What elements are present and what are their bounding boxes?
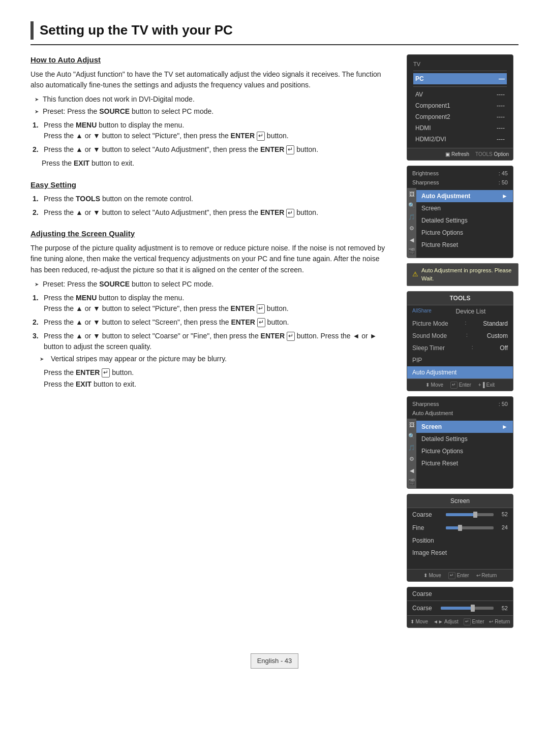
- screen-quality-steps: 1. Press the MENU button to display the …: [33, 293, 391, 390]
- tools-row-pip: PIP: [407, 354, 513, 366]
- tools-footer: ⬍ Move ↵ Enter +▐ Exit: [407, 379, 513, 391]
- pm-item-screen: Screen: [416, 202, 513, 214]
- coarse-row: Coarse 52: [407, 601, 513, 615]
- screen-adjust-screen: Screen Coarse 52 Fine 24 Position Image …: [407, 494, 513, 582]
- auto-adjust-intro: Use the Auto "Adjust function" to have t…: [30, 69, 391, 91]
- sa-row-coarse: Coarse 52: [407, 508, 513, 521]
- tools-menu-screen: TOOLS AllShareDevice List Picture Mode:S…: [407, 291, 513, 391]
- picture2-menu-items: Screen► Detailed Settings Picture Option…: [416, 419, 513, 488]
- pm-stat-brightness: Brightness: 45: [412, 169, 508, 178]
- section-easy-setting: Easy Setting 1. Press the TOOLS button o…: [30, 179, 391, 218]
- section-screen-quality: Adjusting the Screen Quality The purpose…: [30, 228, 391, 390]
- auto-adjustment-progress: ⚠ Auto Adjustment in progress. Please Wa…: [407, 263, 518, 286]
- picture-menu-items: Auto Adjustment► Screen Detailed Setting…: [416, 188, 513, 258]
- sa-image-reset: Image Reset: [407, 547, 513, 559]
- tools-row-sound-mode: Sound Mode:Custom: [407, 330, 513, 342]
- step-item: 1. Press the MENU button to display the …: [33, 293, 391, 314]
- tv-source-screen: TV PC— AV---- Component1---- Component2-…: [407, 54, 513, 161]
- tools-title: TOOLS: [407, 292, 513, 305]
- auto-adj-msg: Auto Adjustment in progress. Please Wait…: [421, 266, 513, 283]
- section-heading-screen-quality: Adjusting the Screen Quality: [30, 228, 391, 240]
- section-how-to-auto-adjust: How to Auto Adjust Use the Auto "Adjust …: [30, 54, 391, 169]
- easy-setting-steps: 1. Press the TOOLS button on the remote …: [33, 194, 391, 218]
- step-item: 2. Press the ▲ or ▼ button to select "Sc…: [33, 317, 391, 328]
- screen-adjust-title: Screen: [407, 494, 513, 508]
- step-item: 3. Press the ▲ or ▼ button to select "Co…: [33, 331, 391, 390]
- step-item: 2. Press the ▲ or ▼ button to select "Au…: [33, 207, 391, 218]
- pm2-stat-sharpness: Sharpness: 50: [412, 400, 508, 408]
- tools-row-auto-adjustment: Auto Adjustment: [407, 366, 513, 379]
- footer-wrap: English - 43: [30, 638, 518, 669]
- step-item: 2. Press the ▲ or ▼ button to select "Au…: [33, 144, 391, 155]
- src-row-pc: PC—: [413, 73, 507, 84]
- pm2-item-picture-reset: Picture Reset: [416, 457, 513, 469]
- tools-row-device-list: AllShareDevice List: [407, 305, 513, 318]
- auto-adjust-steps: 1. Press the MENU button to display the …: [33, 120, 391, 155]
- sa-position: Position: [407, 534, 513, 547]
- left-column: How to Auto Adjust Use the Auto "Adjust …: [30, 54, 391, 628]
- pm-item-detailed-settings: Detailed Settings: [416, 214, 513, 227]
- auto-adjust-exit: Press the EXIT button to exit.: [30, 158, 391, 169]
- src-row-hdmi: HDMI----: [413, 122, 507, 134]
- picture2-sidebar: 🖼 🔍 🎵 ⚙ ◀ 🎬: [407, 419, 416, 488]
- page-footer: English - 43: [251, 653, 299, 669]
- auto-adjust-bullets: This function does not work in DVI-Digit…: [35, 94, 391, 117]
- pm2-stat-auto-adj: Auto Adjustment: [412, 409, 508, 418]
- title-bar: [30, 21, 34, 40]
- pm-item-auto-adjustment: Auto Adjustment►: [416, 190, 513, 202]
- section-heading-easy-setting: Easy Setting: [30, 179, 391, 191]
- coarse-footer: ⬍ Move ◄► Adjust ↵ Enter ↩ Return: [407, 615, 513, 627]
- bullet-item: Preset: Press the SOURCE button to selec…: [35, 279, 391, 290]
- right-column: TV PC— AV---- Component1---- Component2-…: [407, 54, 518, 628]
- section-heading-auto-adjust: How to Auto Adjust: [30, 54, 391, 66]
- src-row-av: AV----: [413, 89, 507, 100]
- warning-icon: ⚠: [412, 269, 418, 279]
- sa-row-fine: Fine 24: [407, 521, 513, 534]
- pm2-item-screen: Screen►: [416, 421, 513, 433]
- screen-quality-intro: The purpose of the picture quality adjus…: [30, 243, 391, 276]
- coarse-title: Coarse: [407, 587, 513, 601]
- pm-stat-sharpness: Sharpness: 50: [412, 178, 508, 187]
- src-row-component1: Component1----: [413, 100, 507, 111]
- screen-quality-bullets: Preset: Press the SOURCE button to selec…: [35, 279, 391, 290]
- screen-adjust-footer: ⬍ Move ↵ Enter ↩ Return: [407, 569, 513, 581]
- page-title: Setting up the TV with your PC: [40, 20, 233, 40]
- bullet-item: This function does not work in DVI-Digit…: [35, 94, 391, 105]
- page-title-section: Setting up the TV with your PC: [30, 20, 518, 45]
- pm2-item-picture-options: Picture Options: [416, 445, 513, 457]
- pm-item-picture-options: Picture Options: [416, 227, 513, 239]
- src-row-hdmi2: HDMI2/DVI----: [413, 134, 507, 145]
- src-row-component2: Component2----: [413, 111, 507, 122]
- picture-sidebar: 🖼 🔍 🎵 ⚙ ◀ 🎬: [407, 188, 416, 258]
- tools-row-sleep-timer: Sleep Timer:Off: [407, 342, 513, 354]
- tv-label: TV: [413, 60, 507, 69]
- picture-menu-screen: Brightness: 45 Sharpness: 50 🖼 🔍 🎵 ⚙ ◀ 🎬: [407, 166, 513, 258]
- pm-item-picture-reset: Picture Reset: [416, 239, 513, 251]
- picture-menu2-screen: Sharpness: 50 Auto Adjustment 🖼 🔍 🎵 ⚙ ◀ …: [407, 396, 513, 489]
- tv-source-footer: ▣ Refresh TOOLS Option: [407, 148, 513, 160]
- bullet-item: Preset: Press the SOURCE button to selec…: [35, 106, 391, 117]
- tools-row-picture-mode: Picture Mode:Standard: [407, 318, 513, 330]
- coarse-screen: Coarse Coarse 52 ⬍ Move ◄► Adjust ↵ Ente…: [407, 587, 513, 628]
- step-item: 1. Press the MENU button to display the …: [33, 120, 391, 141]
- bullet-item: Vertical stripes may appear or the pictu…: [40, 354, 391, 364]
- step-item: 1. Press the TOOLS button on the remote …: [33, 194, 391, 204]
- pm2-item-detailed-settings: Detailed Settings: [416, 433, 513, 445]
